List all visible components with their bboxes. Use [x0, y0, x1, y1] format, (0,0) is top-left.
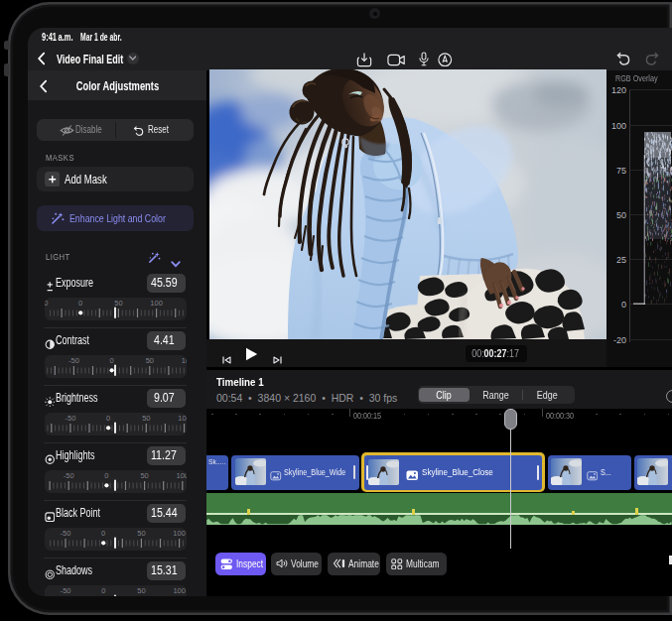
- svg-text:-50: -50: [45, 299, 48, 308]
- svg-text:100: 100: [181, 356, 187, 365]
- svg-text:0: 0: [106, 414, 110, 423]
- svg-text:-50: -50: [60, 529, 70, 538]
- svg-text:100: 100: [176, 471, 187, 480]
- svg-text:50: 50: [140, 471, 148, 480]
- svg-text:0: 0: [78, 299, 82, 308]
- svg-text:0: 0: [101, 586, 105, 595]
- svg-text:50: 50: [137, 586, 145, 595]
- svg-text:0: 0: [104, 471, 108, 480]
- svg-text:100: 100: [178, 414, 187, 423]
- svg-text:100: 100: [150, 299, 163, 308]
- svg-text:0: 0: [109, 356, 113, 365]
- svg-text:50: 50: [142, 414, 150, 423]
- svg-text:100: 100: [173, 586, 186, 595]
- svg-text:50: 50: [114, 299, 122, 308]
- svg-text:0: 0: [101, 529, 105, 538]
- svg-text:-50: -50: [67, 356, 78, 365]
- svg-text:-50: -50: [65, 414, 75, 423]
- svg-text:50: 50: [137, 529, 145, 538]
- svg-text:100: 100: [173, 529, 186, 538]
- svg-text:-50: -50: [60, 586, 70, 595]
- svg-text:-50: -50: [63, 471, 73, 480]
- svg-text:50: 50: [145, 356, 153, 365]
